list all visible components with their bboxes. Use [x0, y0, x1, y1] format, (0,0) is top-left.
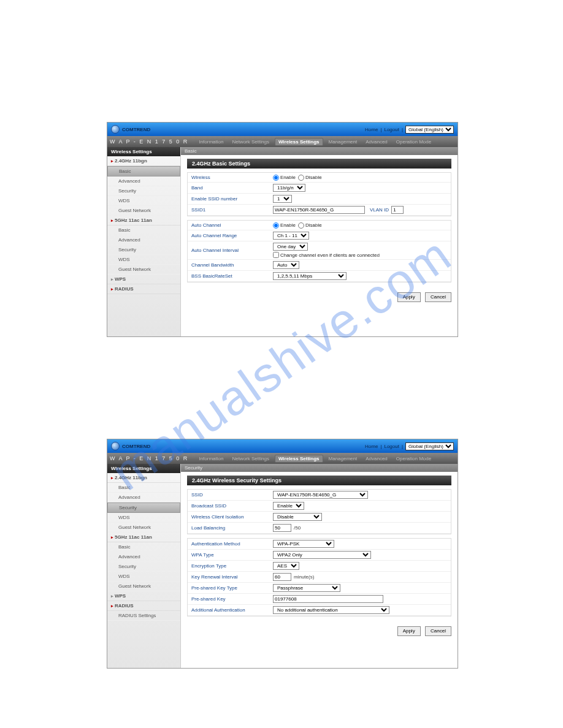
sidebar-title: Wireless Settings	[107, 147, 180, 156]
brand-text: COMTREND	[122, 444, 150, 449]
auto-channel-interval-select[interactable]: One day	[273, 243, 308, 251]
auto-channel-enable-radio[interactable]	[273, 222, 279, 229]
sidebar-item-security[interactable]: Security	[107, 186, 180, 196]
sidebar: Wireless Settings 2.4GHz 11bgn Basic Adv…	[107, 464, 181, 668]
tab-advanced[interactable]: Advanced	[362, 456, 391, 461]
label-vlan-id: VLAN ID	[370, 207, 389, 213]
ssid-number-select[interactable]: 1	[273, 195, 292, 203]
brand: COMTREND	[111, 442, 150, 450]
vlan-id-input[interactable]	[391, 206, 404, 214]
auth-method-select[interactable]: WPA-PSK	[273, 540, 334, 548]
sidebar-item-security[interactable]: Security	[107, 502, 180, 513]
key-renewal-suffix: minute(s)	[294, 574, 314, 580]
label-ssid: SSID	[188, 491, 270, 499]
sidebar-item-basic[interactable]: Basic	[107, 483, 180, 493]
label-auto-channel: Auto Channel	[188, 221, 270, 229]
auto-channel-disable-radio[interactable]	[298, 222, 304, 229]
sidebar-item-guest-network[interactable]: Guest Network	[107, 206, 180, 216]
auto-channel-range-select[interactable]: Ch 1 - 11	[273, 232, 309, 240]
tab-information[interactable]: Information	[196, 456, 226, 461]
language-select[interactable]: Global (English)	[405, 442, 454, 450]
tab-network-settings[interactable]: Network Settings	[229, 139, 272, 145]
sidebar-item-radius-settings[interactable]: RADIUS Settings	[107, 611, 180, 621]
sidebar-item-basic-5g[interactable]: Basic	[107, 226, 180, 235]
logout-link[interactable]: Logout	[384, 444, 399, 449]
brand-text: COMTREND	[122, 127, 150, 132]
sidebar-item-basic[interactable]: Basic	[107, 166, 180, 176]
sidebar-item-guest-network[interactable]: Guest Network	[107, 523, 180, 533]
sidebar-item-advanced-5g[interactable]: Advanced	[107, 552, 180, 562]
tab-operation-mode[interactable]: Operation Mode	[393, 456, 434, 461]
sidebar-item-advanced[interactable]: Advanced	[107, 493, 180, 502]
sidebar-group-wps[interactable]: WPS	[107, 275, 180, 284]
sidebar-group-wps[interactable]: WPS	[107, 591, 180, 601]
sidebar-group-24ghz[interactable]: 2.4GHz 11bgn	[107, 156, 180, 166]
apply-button[interactable]: Apply	[397, 292, 421, 302]
broadcast-ssid-select[interactable]: Enable	[273, 502, 304, 510]
sidebar-item-advanced[interactable]: Advanced	[107, 176, 180, 186]
ssid-select[interactable]: WAP-EN1750R-5E4650_G	[273, 491, 368, 499]
psk-type-select[interactable]: Passphrase	[273, 584, 340, 592]
sidebar-item-wds-5g[interactable]: WDS	[107, 572, 180, 582]
language-select[interactable]: Global (English)	[405, 126, 454, 134]
label-load-balancing: Load Balancing	[188, 524, 270, 532]
basic-settings-form: Wireless Enable Disable Band 11b/g/n Ena…	[187, 172, 451, 216]
tab-operation-mode[interactable]: Operation Mode	[393, 139, 434, 145]
psk-input[interactable]	[273, 595, 383, 603]
logo-icon	[111, 125, 120, 134]
label-additional-auth: Additional Authentication	[188, 606, 270, 614]
device-model: W A P - E N 1 7 5 0 R	[110, 455, 188, 461]
additional-auth-select[interactable]: No additional authentication	[273, 606, 389, 614]
sidebar-item-guest-network-5g[interactable]: Guest Network	[107, 582, 180, 591]
sidebar-group-radius[interactable]: RADIUS	[107, 601, 180, 611]
bss-basic-rate-select[interactable]: 1,2,5.5,11 Mbps	[273, 272, 347, 280]
apply-button[interactable]: Apply	[397, 626, 421, 636]
logo-icon	[111, 442, 120, 450]
change-channel-checkbox[interactable]	[273, 252, 279, 258]
client-isolation-select[interactable]: Disable	[273, 513, 322, 521]
sidebar-group-radius[interactable]: RADIUS	[107, 284, 180, 294]
top-nav: W A P - E N 1 7 5 0 R Information Networ…	[107, 453, 458, 464]
label-bss-basic-rate: BSS BasicRateSet	[188, 272, 270, 280]
channel-bandwidth-select[interactable]: Auto	[273, 261, 299, 269]
home-link[interactable]: Home	[365, 127, 378, 132]
sidebar-item-advanced-5g[interactable]: Advanced	[107, 235, 180, 245]
tab-management[interactable]: Management	[326, 456, 361, 461]
label-band: Band	[188, 184, 270, 192]
sidebar-item-security-5g[interactable]: Security	[107, 562, 180, 572]
band-select[interactable]: 11b/g/n	[273, 184, 305, 192]
sidebar-group-5ghz[interactable]: 5GHz 11ac 11an	[107, 216, 180, 226]
tab-network-settings[interactable]: Network Settings	[229, 456, 272, 461]
tab-advanced[interactable]: Advanced	[362, 139, 391, 145]
wireless-enable-radio[interactable]	[273, 175, 279, 181]
sidebar-item-wds[interactable]: WDS	[107, 513, 180, 523]
key-renewal-input[interactable]	[273, 573, 291, 581]
sidebar-item-wds[interactable]: WDS	[107, 196, 180, 206]
sidebar-group-24ghz[interactable]: 2.4GHz 11bgn	[107, 473, 180, 483]
cancel-button[interactable]: Cancel	[425, 292, 451, 302]
encryption-type-select[interactable]: AES	[273, 562, 299, 570]
label-encryption-type: Encryption Type	[188, 562, 270, 570]
device-model: W A P - E N 1 7 5 0 R	[110, 138, 188, 145]
tab-wireless-settings[interactable]: Wireless Settings	[275, 455, 323, 463]
home-link[interactable]: Home	[365, 444, 378, 449]
ssid1-input[interactable]	[273, 206, 365, 214]
tab-management[interactable]: Management	[326, 139, 361, 145]
wireless-disable-radio[interactable]	[298, 175, 304, 181]
load-balancing-input[interactable]	[273, 524, 291, 532]
tab-information[interactable]: Information	[196, 139, 226, 145]
main-content: Basic 2.4GHz Basic Settings Wireless Ena…	[181, 147, 458, 336]
label-client-isolation: Wireless Client Isolation	[188, 513, 270, 521]
label-wpa-type: WPA Type	[188, 551, 270, 559]
tab-wireless-settings[interactable]: Wireless Settings	[275, 138, 323, 146]
wpa-type-select[interactable]: WPA2 Only	[273, 551, 371, 559]
top-nav: W A P - E N 1 7 5 0 R Information Networ…	[107, 136, 458, 147]
sidebar-group-5ghz[interactable]: 5GHz 11ac 11an	[107, 533, 180, 542]
breadcrumb: Security	[181, 464, 458, 472]
sidebar-item-basic-5g[interactable]: Basic	[107, 542, 180, 552]
logout-link[interactable]: Logout	[384, 127, 399, 132]
sidebar-item-wds-5g[interactable]: WDS	[107, 255, 180, 265]
sidebar-item-guest-network-5g[interactable]: Guest Network	[107, 265, 180, 275]
sidebar-item-security-5g[interactable]: Security	[107, 245, 180, 255]
cancel-button[interactable]: Cancel	[425, 626, 451, 636]
